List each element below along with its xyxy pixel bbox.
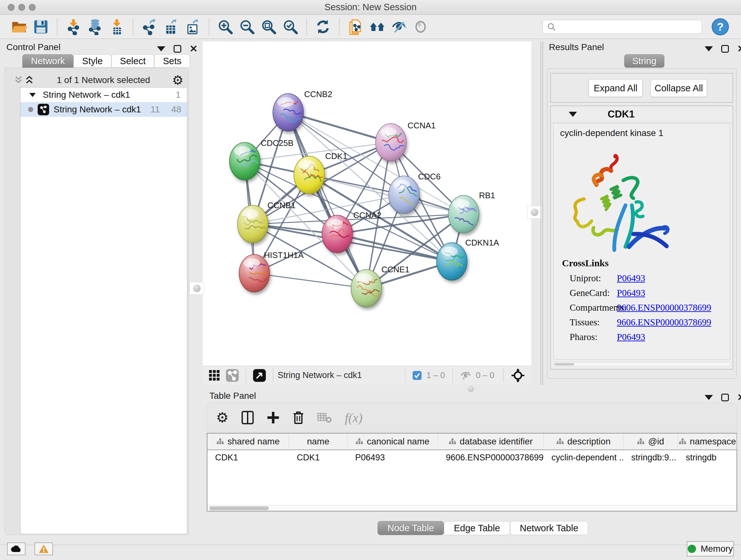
control-panel-close-icon[interactable]: ✕ [190, 44, 198, 54]
tab-node-table[interactable]: Node Table [378, 521, 444, 535]
crosslink-link[interactable]: P06493 [617, 288, 645, 298]
network-node-ccna2[interactable] [322, 215, 353, 253]
show-all-icon[interactable] [411, 17, 430, 36]
crosslink-link[interactable]: P06493 [617, 332, 645, 342]
export-network-icon[interactable] [140, 17, 158, 36]
zoom-fit-icon[interactable] [259, 17, 278, 36]
tab-edge-table[interactable]: Edge Table [444, 521, 510, 535]
delete-icon[interactable] [292, 411, 305, 425]
apply-layout-refresh-icon[interactable] [314, 17, 332, 36]
import-network-database-icon[interactable] [86, 17, 105, 36]
column-header-database-identifier[interactable]: database identifier [438, 434, 544, 449]
column-header-name[interactable]: name [289, 434, 347, 449]
zoom-selected-icon[interactable] [281, 17, 300, 36]
help-icon[interactable]: ? [711, 17, 730, 36]
network-node-ccnb1[interactable] [238, 205, 268, 243]
network-edge[interactable] [288, 112, 391, 142]
expand-all-button[interactable]: Expand All [589, 79, 643, 97]
network-view-mode-icon[interactable] [225, 368, 240, 383]
network-node-cdk1[interactable] [294, 156, 325, 194]
network-graph[interactable]: CCNB2CCNA1CDC25BCDK1CDC6RB1CCNB1CCNA2CDK… [203, 42, 531, 366]
column-header-canonical-name[interactable]: canonical name [347, 434, 438, 449]
table-row[interactable]: CDK1CDK1P064939606.ENSP00000378699cyclin… [207, 450, 737, 465]
zoom-out-icon[interactable] [238, 17, 256, 36]
tab-select[interactable]: Select [111, 54, 154, 68]
table-panel-float-icon[interactable] [721, 394, 729, 401]
network-node-ccne1[interactable] [351, 269, 382, 307]
table-panel-close-icon[interactable]: ✕ [737, 393, 741, 402]
search-box[interactable] [542, 20, 702, 34]
table-settings-gear-icon[interactable]: ⚙ [216, 411, 228, 425]
column-header--id[interactable]: @id [623, 434, 678, 449]
table-cell[interactable]: 9606.ENSP00000378699 [438, 450, 544, 465]
results-horizontal-scrollbar[interactable] [553, 362, 730, 367]
left-splitter-handle[interactable] [190, 282, 204, 295]
gene-section-header[interactable]: CDK1 [551, 106, 733, 123]
cloud-status-button[interactable] [7, 543, 25, 555]
table-cell[interactable]: CDK1 [207, 450, 289, 465]
network-canvas[interactable]: CCNB2CCNA1CDC25BCDK1CDC6RB1CCNB1CCNA2CDK… [203, 42, 531, 366]
network-options-gear-icon[interactable]: ⚙ [172, 74, 184, 86]
duplicate-network-icon[interactable] [346, 17, 365, 36]
table-panel-menu-icon[interactable] [704, 395, 713, 400]
hide-selected-icon[interactable] [390, 17, 408, 36]
grid-view-icon[interactable] [207, 368, 222, 383]
results-panel-float-icon[interactable] [721, 45, 729, 53]
table-splitter-handle[interactable] [468, 386, 474, 392]
network-node-ccna1[interactable] [376, 124, 407, 161]
tab-sets[interactable]: Sets [154, 54, 190, 68]
network-node-cdc6[interactable] [389, 176, 423, 213]
crosslink-link[interactable]: 9606.ENSP00000378699 [617, 302, 711, 313]
open-session-icon[interactable] [10, 17, 28, 36]
results-panel-menu-icon[interactable] [704, 46, 713, 51]
crosslink-link[interactable]: 9606.ENSP00000378699 [617, 317, 711, 327]
selected-checkbox-icon[interactable] [411, 370, 423, 381]
tab-string[interactable]: String [624, 54, 664, 68]
crosslink-link[interactable]: P06493 [617, 273, 645, 284]
tab-style[interactable]: Style [73, 54, 111, 68]
gene-collapse-icon[interactable] [569, 112, 577, 117]
export-table-icon[interactable] [162, 17, 180, 36]
results-panel-close-icon[interactable]: ✕ [737, 44, 741, 54]
network-edge[interactable] [254, 273, 366, 288]
network-node-ccnb2[interactable] [273, 94, 304, 131]
table-cell[interactable]: CDK1 [289, 450, 347, 465]
add-row-icon[interactable] [267, 411, 280, 424]
right-splitter-handle[interactable] [527, 206, 542, 219]
collapse-all-button[interactable]: Collapse All [650, 79, 707, 97]
memory-button[interactable]: Memory [687, 541, 734, 557]
warnings-button[interactable] [35, 543, 53, 555]
control-panel-menu-icon[interactable] [157, 46, 165, 51]
zoom-in-icon[interactable] [216, 17, 234, 36]
table-cell[interactable]: cyclin-dependent ... [544, 450, 623, 465]
network-node-hist1h1a[interactable] [239, 254, 272, 292]
import-table-file-icon[interactable] [108, 17, 126, 36]
add-column-icon[interactable] [241, 411, 254, 425]
save-session-icon[interactable] [31, 17, 50, 36]
network-collection-row[interactable]: String Network – cdk1 1 [20, 87, 187, 102]
column-header-namespace[interactable]: namespace [678, 434, 737, 449]
control-panel-float-icon[interactable] [174, 45, 181, 53]
network-row[interactable]: String Network – cdk1 11 48 [20, 102, 187, 117]
center-view-icon[interactable] [510, 367, 526, 384]
export-image-icon[interactable] [184, 17, 202, 36]
tab-network-table[interactable]: Network Table [510, 521, 588, 535]
table-cell[interactable]: P06493 [347, 450, 438, 465]
network-edge[interactable] [288, 112, 366, 288]
import-network-file-icon[interactable] [64, 17, 83, 36]
table-horizontal-scrollbar[interactable] [207, 505, 737, 511]
results-splitter[interactable] [541, 42, 543, 385]
tab-network[interactable]: Network [22, 54, 73, 68]
collapse-all-icon[interactable] [13, 75, 24, 85]
birds-eye-view-icon[interactable] [252, 368, 267, 383]
collection-expand-icon[interactable] [29, 93, 36, 97]
first-neighbors-icon[interactable] [368, 17, 387, 36]
table-cell[interactable]: stringdb:9... [623, 450, 678, 465]
table-cell[interactable]: stringdb [678, 450, 737, 465]
search-input[interactable] [559, 22, 698, 32]
network-node-cdkn1a[interactable] [436, 243, 467, 280]
expand-all-icon[interactable] [24, 75, 35, 85]
network-node-rb1[interactable] [448, 195, 482, 233]
column-header-shared-name[interactable]: shared name [207, 434, 289, 449]
column-header-description[interactable]: description [544, 434, 623, 449]
